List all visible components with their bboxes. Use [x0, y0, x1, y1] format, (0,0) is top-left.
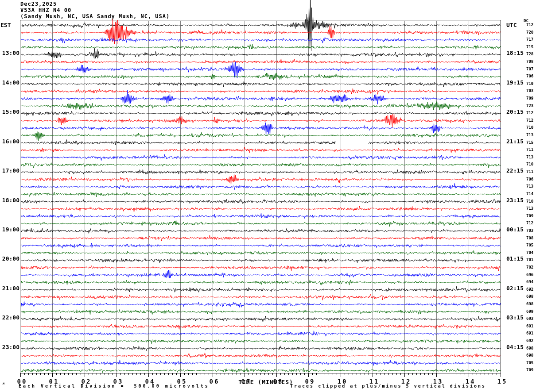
scale-note: Each Vertical Division = 500.00 microvol…	[19, 384, 210, 388]
dc-value: 720	[526, 30, 533, 35]
dc-value: 712	[526, 221, 533, 225]
dc-value: 711	[526, 169, 533, 174]
est-hour-label: 14:00	[0, 79, 19, 86]
clip-note: Traces clipped at plus/minus 5 vertical …	[290, 384, 486, 388]
utc-hour-label: 02:15	[506, 285, 524, 292]
dc-value: 703	[526, 88, 533, 93]
dc-value: 699	[526, 309, 533, 314]
dc-value: 713	[526, 155, 533, 159]
minute-label: 15	[497, 378, 508, 385]
est-hour-label: 18:00	[0, 197, 19, 204]
dc-value: 701	[526, 257, 533, 262]
utc-hour-label: 04:15	[506, 344, 524, 350]
dc-value: 692	[526, 287, 533, 292]
dc-value: 698	[526, 294, 533, 299]
dc-value: 710	[526, 81, 533, 86]
est-hour-label: 15:00	[0, 108, 19, 115]
est-axis-label: EST	[0, 22, 11, 28]
dc-value: 702	[526, 265, 533, 269]
utc-hour-label: 18:15	[506, 50, 524, 56]
title-location: (Sandy Mush, NC, USA Sandy Mush, NC, USA…	[20, 13, 170, 19]
dc-value: 691	[526, 324, 533, 328]
dc-value: 715	[526, 45, 533, 49]
dc-value: 703	[526, 228, 533, 233]
utc-hour-label: 03:15	[506, 314, 524, 321]
helicorder-plot-canvas	[0, 0, 536, 392]
utc-hour-label: 23:15	[506, 197, 524, 204]
dc-value: 717	[526, 37, 533, 42]
est-hour-label: 13:00	[0, 50, 19, 56]
dc-value: 698	[526, 346, 533, 350]
utc-hour-label: 19:15	[506, 79, 524, 86]
dc-value: 709	[526, 214, 533, 218]
dc-value: 715	[526, 140, 533, 145]
est-hour-label: 16:00	[0, 138, 19, 145]
dc-value: 709	[526, 96, 533, 100]
utc-hour-label: 20:15	[506, 108, 524, 115]
dc-value: 705	[526, 243, 533, 247]
est-hour-label: 20:00	[0, 255, 19, 262]
dc-value: 691	[526, 331, 533, 335]
dc-value: 708	[526, 59, 533, 64]
dc-value: 696	[526, 273, 533, 277]
watermark-mark: .M	[1, 382, 4, 385]
title-station: V53A HHZ N4 00	[20, 7, 71, 13]
dc-value: 698	[526, 302, 533, 306]
dc-value: 711	[526, 147, 533, 152]
dc-value: 713	[526, 184, 533, 188]
dc-value: 712	[526, 118, 533, 123]
est-hour-label: 19:00	[0, 226, 19, 233]
dc-value: 713	[526, 206, 533, 211]
dc-value: 712	[526, 111, 533, 115]
title-date: Dec23,2025	[20, 1, 57, 7]
utc-hour-label: 00:15	[506, 226, 524, 233]
utc-hour-label: 01:15	[506, 255, 524, 262]
dc-value: 710	[526, 162, 533, 166]
est-hour-label: 21:00	[0, 285, 19, 292]
utc-axis-label: UTC	[506, 22, 517, 28]
dc-value: 706	[526, 74, 533, 78]
dc-value: 714	[526, 192, 533, 196]
est-hour-label: 23:00	[0, 344, 19, 350]
dc-value: 708	[526, 236, 533, 240]
utc-hour-label: 22:15	[506, 167, 524, 174]
utc-hour-label: 21:15	[506, 138, 524, 145]
dc-value: 710	[526, 199, 533, 204]
est-hour-label: 22:00	[0, 314, 19, 321]
dc-value: 710	[526, 125, 533, 130]
est-hour-label: 17:00	[0, 167, 19, 174]
dc-value: 713	[526, 133, 533, 137]
helicorder-page: Dec23,2025 V53A HHZ N4 00 (Sandy Mush, N…	[0, 0, 536, 392]
dc-value: 706	[526, 177, 533, 181]
dc-value: 705	[526, 361, 533, 365]
dc-value: 694	[526, 280, 533, 284]
dc-value: 712	[526, 23, 533, 27]
dc-value: 693	[526, 316, 533, 321]
dc-value: 707	[526, 67, 533, 71]
x-axis-title: TIME (MINUTES)	[238, 379, 293, 385]
dc-value: 723	[526, 104, 533, 108]
dc-value: 698	[526, 353, 533, 357]
dc-value: 704	[526, 250, 533, 255]
minute-label: 06	[210, 378, 220, 385]
dc-value: 728	[526, 52, 533, 56]
dc-value: 692	[526, 338, 533, 343]
dc-value: 709	[526, 368, 533, 372]
